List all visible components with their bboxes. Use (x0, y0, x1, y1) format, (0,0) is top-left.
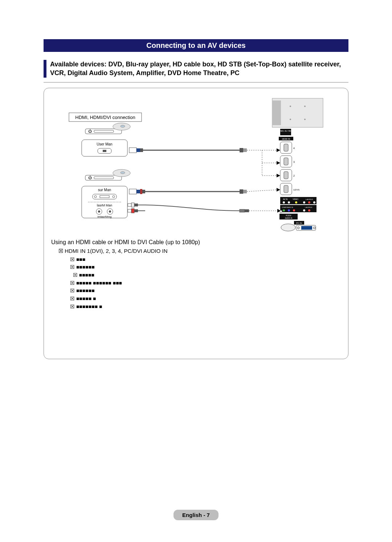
svg-text:AUDIO IN: AUDIO IN (285, 217, 292, 219)
diagram-box: HDMI, HDMI/DVI connection ⏻ User Man (44, 88, 348, 359)
svg-text:COMPONENT IN: COMPONENT IN (282, 206, 293, 208)
svg-marker-43 (277, 161, 280, 165)
svg-rect-83 (245, 209, 249, 212)
svg-rect-70 (240, 189, 243, 194)
svg-text:sur Man: sur Man (98, 188, 111, 192)
svg-text:HDMI, HDMI/DVI connection: HDMI, HDMI/DVI connection (75, 115, 135, 120)
svg-rect-16 (103, 150, 106, 152)
svg-rect-74 (128, 204, 131, 206)
hdmi-port-text: HDMI IN 1(DVI), 2, 3, 4, PC/DVI AUDIO IN (65, 248, 167, 254)
svg-point-110 (281, 224, 295, 231)
bullet-item: ☒ ■■■■■■ (69, 263, 288, 271)
svg-rect-71 (243, 190, 247, 193)
bullet-item: ☒ ■■■■■■ (69, 287, 288, 295)
svg-rect-66 (136, 190, 140, 193)
svg-point-5 (304, 119, 306, 120)
svg-marker-73 (277, 188, 280, 192)
svg-point-94 (308, 201, 310, 204)
svg-point-3 (304, 106, 306, 107)
svg-point-61 (98, 210, 100, 213)
page-footer: English - 7 (0, 510, 392, 520)
svg-point-103 (308, 209, 310, 212)
svg-rect-79 (131, 209, 134, 213)
svg-rect-67 (140, 189, 142, 194)
svg-text:4: 4 (293, 147, 295, 149)
svg-rect-22 (243, 148, 247, 152)
subtitle-rule (44, 82, 348, 83)
svg-point-93 (303, 201, 305, 204)
svg-point-90 (283, 201, 285, 204)
instruction-bullets: ☒ ■■■ ☒ ■■■■■■ ☒ ■■■■■ ☒ ■■■■■ ■■■■■■ ■■… (69, 256, 343, 311)
hdmi-port-line: ☒ HDMI IN 1(DVI), 2, 3, 4, PC/DVI AUDIO … (58, 248, 343, 254)
svg-point-91 (288, 201, 290, 204)
svg-rect-36 (284, 172, 288, 179)
subtitle-row: Available devices: DVD, Blu-ray player, … (44, 60, 348, 78)
svg-rect-82 (240, 209, 245, 212)
svg-rect-18 (136, 148, 140, 152)
svg-text:⏻: ⏻ (88, 129, 92, 133)
svg-point-100 (293, 209, 295, 212)
svg-text:1(DVI): 1(DVI) (293, 189, 299, 191)
svg-text:lasrM Man: lasrM Man (97, 204, 112, 207)
svg-point-12 (121, 125, 125, 127)
svg-marker-24 (277, 148, 280, 152)
svg-point-98 (283, 209, 285, 212)
svg-rect-30 (284, 144, 288, 151)
bullet-item: ☒ ■■■■■■■ ■ (69, 303, 288, 311)
svg-line-72 (247, 190, 278, 192)
svg-text:User Man: User Man (97, 142, 112, 146)
bullet-item: ☒ ■■■■■ ■■■■■■ ■■■ (69, 279, 288, 287)
svg-text:2: 2 (293, 174, 295, 177)
svg-text:AV IN: AV IN (283, 198, 288, 200)
svg-text:L-AUDIO-R: L-AUDIO-R (306, 198, 313, 200)
svg-text:⏻: ⏻ (88, 176, 92, 180)
svg-rect-17 (129, 148, 136, 153)
bullet-item: ☒ ■■■■■ (69, 271, 288, 279)
svg-point-92 (295, 201, 297, 204)
bullet-item: ☒ ■■■ (69, 256, 288, 264)
svg-text:HDMI IN: HDMI IN (282, 138, 290, 140)
svg-point-102 (303, 209, 305, 212)
svg-rect-65 (129, 189, 136, 194)
svg-rect-19 (140, 148, 143, 152)
svg-point-63 (109, 210, 111, 213)
svg-point-2 (290, 106, 291, 107)
svg-point-112 (297, 227, 299, 229)
svg-rect-80 (134, 209, 138, 212)
svg-text:PC/DVI: PC/DVI (286, 215, 291, 217)
svg-rect-39 (284, 185, 288, 193)
svg-rect-68 (142, 190, 145, 193)
svg-text:USB 1 4k / HDD: USB 1 4k / HDD (279, 130, 293, 132)
svg-marker-46 (277, 174, 280, 177)
svg-point-4 (290, 119, 291, 120)
svg-point-99 (288, 209, 290, 212)
svg-rect-75 (131, 203, 134, 207)
page-number-badge: English - 7 (173, 510, 219, 520)
svg-text:3: 3 (293, 161, 295, 163)
svg-point-51 (121, 172, 125, 174)
section-title: Connecting to an AV devices (44, 39, 348, 52)
connection-diagram: HDMI, HDMI/DVI connection ⏻ User Man (49, 94, 343, 235)
svg-point-95 (313, 201, 315, 204)
subtitle-text: Available devices: DVD, Blu-ray player, … (50, 60, 348, 78)
svg-text:imlasrMmg: imlasrMmg (97, 215, 111, 218)
svg-point-114 (313, 227, 315, 229)
svg-text:L-AUDIO-R: L-AUDIO-R (305, 206, 313, 208)
left-accent-bar (44, 60, 46, 78)
svg-rect-1 (272, 100, 281, 125)
bullet-item: ☒ ■■■■■ ■ (69, 295, 288, 303)
svg-rect-78 (128, 209, 131, 212)
svg-text:PC IN: PC IN (296, 222, 302, 224)
svg-rect-113 (301, 226, 312, 230)
svg-rect-76 (134, 204, 138, 206)
svg-rect-33 (284, 158, 288, 165)
svg-point-107 (280, 210, 282, 213)
svg-text:VIDEO: VIDEO (293, 198, 298, 200)
instruction-heading: Using an HDMI cable or HDMI to DVI Cable… (51, 239, 343, 246)
svg-rect-96 (280, 205, 317, 212)
svg-rect-21 (240, 148, 243, 152)
